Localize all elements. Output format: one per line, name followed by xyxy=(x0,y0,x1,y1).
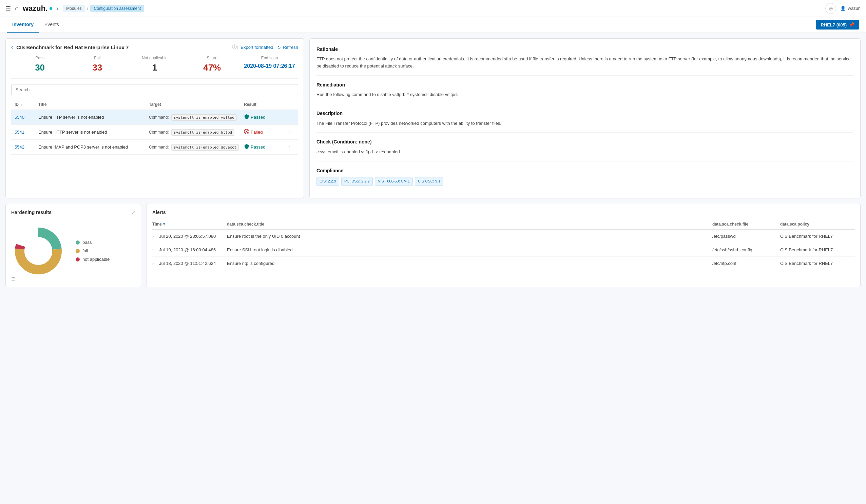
breadcrumb-current[interactable]: Configuration assessment xyxy=(90,5,144,12)
col-header-target: Target xyxy=(149,102,244,107)
hardening-card: Hardening results ⤢ xyxy=(5,204,141,287)
menu-icon[interactable]: ☰ xyxy=(5,5,11,12)
tab-inventory[interactable]: Inventory xyxy=(7,17,39,33)
row-result: Failed xyxy=(244,129,285,135)
alert-expand-icon[interactable]: › xyxy=(152,261,159,266)
alert-time: Jul 18, 2020 @ 11:51:42.624 xyxy=(159,261,227,266)
row-id[interactable]: 5540 xyxy=(14,115,38,120)
detail-compliance: Compliance CIS: 2.2.9PCI DSS: 2.2.2NIST … xyxy=(317,167,853,191)
breadcrumb-modules[interactable]: Modules xyxy=(63,5,85,12)
result-icon xyxy=(244,114,249,120)
alert-row[interactable]: › Jul 20, 2020 @ 23:05:57.080 Ensure roo… xyxy=(152,229,855,243)
result-icon xyxy=(244,144,249,150)
compliance-tags: CIS: 2.2.9PCI DSS: 2.2.2NIST 800-53: CM.… xyxy=(317,177,853,186)
tabs-bar: Inventory Events RHEL7 (005) 📌 xyxy=(0,17,866,33)
col-header-id: ID ↑ xyxy=(14,102,38,107)
home-icon[interactable]: ⌂ xyxy=(15,5,19,12)
legend-label-na: not applicable xyxy=(82,257,110,262)
detail-panel: Rationale FTP does not protect the confi… xyxy=(309,38,861,199)
user-label: wazuh xyxy=(848,6,861,11)
card-title: CIS Benchmark for Red Hat Enterprise Lin… xyxy=(16,44,229,50)
alert-expand-icon[interactable]: › xyxy=(152,234,159,239)
row-id[interactable]: 5542 xyxy=(14,145,38,149)
refresh-icon: ↻ xyxy=(277,45,281,50)
row-expand[interactable]: › xyxy=(285,115,295,120)
assessment-card: ‹ CIS Benchmark for Red Hat Enterprise L… xyxy=(5,38,304,199)
row-result: Passed xyxy=(244,144,285,150)
row-expand[interactable]: › xyxy=(285,130,295,135)
alert-row[interactable]: › Jul 18, 2020 @ 11:51:42.624 Ensure ntp… xyxy=(152,257,855,270)
tab-events[interactable]: Events xyxy=(39,17,65,33)
export-icon: ↑ xyxy=(237,45,239,50)
row-title: Ensure FTP server is not enabled xyxy=(38,115,149,120)
alerts-table-header: Time ▾ data.sca.check.title data.sca.che… xyxy=(152,219,855,229)
table-header: ID ↑ Title Target Result xyxy=(11,99,298,110)
compliance-tag: NIST 800-53: CM.1 xyxy=(375,177,413,186)
legend-dot-fail xyxy=(76,249,80,253)
legend-dot-pass xyxy=(76,240,80,245)
breadcrumb-separator: / xyxy=(87,6,89,11)
alert-check-title: Ensure root is the only UID 0 account xyxy=(227,234,712,239)
stat-end-scan: End scan 2020-08-19 07:26:17 xyxy=(241,56,298,73)
info-icon[interactable]: ⓘ xyxy=(232,44,237,50)
expand-icon[interactable]: ⤢ xyxy=(131,210,135,215)
stat-fail: Fail 33 xyxy=(68,56,126,73)
alert-check-file: /etc/ssh/sshd_config xyxy=(712,247,780,252)
stats-row: Pass 30 Fail 33 Not applicable 1 Score 4… xyxy=(11,56,298,79)
stat-score: Score 47% xyxy=(184,56,241,73)
alerts-col-time: Time ▾ xyxy=(152,222,227,226)
agent-badge[interactable]: RHEL7 (005) 📌 xyxy=(816,20,859,30)
table-row[interactable]: 5541 Ensure HTTP server is not enabled C… xyxy=(11,125,298,140)
alert-time: Jul 20, 2020 @ 23:05:57.080 xyxy=(159,234,227,239)
legend-pass: pass xyxy=(76,240,110,245)
alerts-title: Alerts xyxy=(152,210,855,215)
alert-expand-icon[interactable]: › xyxy=(152,247,159,252)
compliance-tag: CIS: 2.2.9 xyxy=(317,177,339,186)
col-header-title: Title xyxy=(38,102,149,107)
time-sort-icon[interactable]: ▾ xyxy=(163,222,165,226)
table-row[interactable]: 5542 Ensure IMAP and POP3 server is not … xyxy=(11,140,298,155)
alert-row[interactable]: › Jul 19, 2020 @ 16:00:04.486 Ensure SSH… xyxy=(152,243,855,257)
legend-fail: fail xyxy=(76,248,110,253)
pin-icon: 📌 xyxy=(849,22,854,27)
logo-dropdown-icon[interactable]: ▾ xyxy=(56,6,59,11)
detail-rationale: Rationale FTP does not protect the confi… xyxy=(317,45,853,76)
detail-check: Check (Condition: none) c:systemctl is-e… xyxy=(317,138,853,161)
row-expand[interactable]: › xyxy=(285,145,295,149)
search-input[interactable] xyxy=(11,84,298,95)
svg-point-4 xyxy=(24,237,52,265)
list-icon[interactable]: ☰ xyxy=(11,277,15,281)
top-nav: ☰ ⌂ wazuh. ▾ Modules / Configuration ass… xyxy=(0,0,866,17)
row-title: Ensure HTTP server is not enabled xyxy=(38,130,149,135)
detail-remediation: Remediation Run the following command to… xyxy=(317,81,853,104)
alert-time: Jul 19, 2020 @ 16:00:04.486 xyxy=(159,247,227,252)
main-content: ‹ CIS Benchmark for Red Hat Enterprise L… xyxy=(0,33,866,293)
row-id[interactable]: 5541 xyxy=(14,130,38,135)
bottom-panel: Hardening results ⤢ xyxy=(5,204,861,287)
hardening-title: Hardening results xyxy=(11,210,135,215)
chart-area: pass fail not applicable xyxy=(11,221,135,281)
user-menu[interactable]: 👤 wazuh xyxy=(840,6,861,11)
stat-pass: Pass 30 xyxy=(11,56,68,73)
back-button[interactable]: ‹ xyxy=(11,44,13,50)
breadcrumb: Modules / Configuration assessment xyxy=(63,5,144,12)
alert-check-title: Ensure SSH root login is disabled xyxy=(227,247,712,252)
user-icon: 👤 xyxy=(840,6,846,11)
alerts-col-title: data.sca.check.title xyxy=(227,222,712,226)
alert-policy: CIS Benchmark for RHEL7 xyxy=(780,247,855,252)
alerts-col-file: data.sca.check.file xyxy=(712,222,780,226)
row-target: Command: systemctl is-enabled vsftpd xyxy=(149,115,244,120)
logo: wazuh. xyxy=(23,4,52,13)
notification-icon[interactable]: ◎ xyxy=(825,3,836,14)
alert-policy: CIS Benchmark for RHEL7 xyxy=(780,234,855,239)
export-button[interactable]: ↑ Export formatted xyxy=(237,45,274,50)
sort-id-icon: ↑ xyxy=(21,103,22,107)
refresh-button[interactable]: ↻ Refresh xyxy=(277,45,298,50)
col-header-result: Result xyxy=(244,102,285,107)
legend-label-pass: pass xyxy=(82,240,92,245)
alert-check-title: Ensure ntp is configured xyxy=(227,261,712,266)
table-row[interactable]: 5540 Ensure FTP server is not enabled Co… xyxy=(11,110,298,125)
legend-label-fail: fail xyxy=(82,248,88,253)
alert-check-file: /etc/passwd xyxy=(712,234,780,239)
result-label: Failed xyxy=(251,130,263,135)
